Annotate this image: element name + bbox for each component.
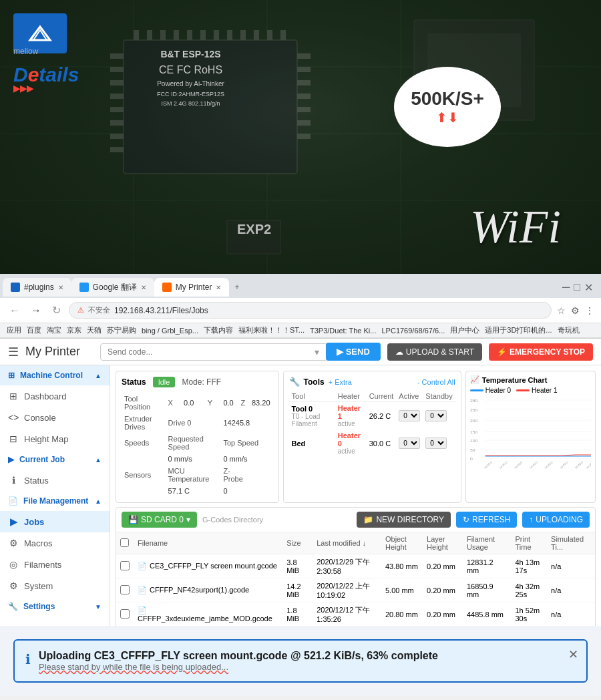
svg-rect-34 <box>280 30 286 40</box>
bookmark-qiwan[interactable]: 奇玩机 <box>558 325 580 335</box>
browser-maximize[interactable]: □ <box>574 281 580 294</box>
bottom-notify-sub-text: Please stand by while the file is being … <box>39 662 228 672</box>
tab-favicon-plugins <box>11 283 20 292</box>
tab-close-plugins[interactable]: ✕ <box>58 284 63 291</box>
standby-select-1[interactable]: 0 <box>425 437 447 449</box>
bookmark-tmall[interactable]: 天猫 <box>87 325 102 335</box>
bookmark-star[interactable]: ☆ <box>557 305 566 316</box>
bookmark-user[interactable]: 用户中心 <box>450 325 479 335</box>
upload-start-button[interactable]: ☁ UPLOAD & START <box>387 343 482 361</box>
tab-close-printer[interactable]: ✕ <box>216 284 221 291</box>
bookmark-baidu[interactable]: 百度 <box>27 325 41 335</box>
sidebar-item-height-map[interactable]: ⊟ Height Map <box>0 428 110 450</box>
browser-close[interactable]: ✕ <box>584 281 593 294</box>
bookmark-bing[interactable]: bing / Grbl_Esp... <box>142 327 198 335</box>
browser-minimize[interactable]: ─ <box>562 281 570 294</box>
bookmark-taobao[interactable]: 淘宝 <box>47 325 61 335</box>
forward-button[interactable]: → <box>28 303 44 318</box>
select-all-checkbox[interactable] <box>120 538 129 547</box>
browser-extensions[interactable]: ⚙ <box>571 305 580 316</box>
sidebar-item-status[interactable]: ℹ Status <box>0 470 110 491</box>
col-modified[interactable]: Last modified ↓ <box>313 532 381 554</box>
sidebar-item-console[interactable]: <> Console <box>0 407 110 428</box>
sidebar-item-macros[interactable]: ⚙ Macros <box>0 532 110 554</box>
file-checkbox-2[interactable] <box>120 609 130 619</box>
select-all-col <box>116 532 134 554</box>
speed-value: 500K/S+ <box>411 88 484 110</box>
bookmark-t3p3[interactable]: T3P3/Duet: The Ki... <box>310 327 376 335</box>
browser-menu[interactable]: ⋮ <box>585 305 594 316</box>
tools-extra[interactable]: + Extra <box>329 378 352 386</box>
file-modified-0: 2020/12/29 下午2:30:58 <box>313 554 381 578</box>
bottom-notification: ℹ Uploading CE3_CFFFP_FLY screen mount.g… <box>13 639 588 683</box>
legend-dot-heater0 <box>470 389 483 391</box>
new-directory-button[interactable]: 📁 NEW DIRECTORY <box>357 512 451 528</box>
send-dropdown-arrow[interactable]: ▾ <box>315 347 319 357</box>
svg-text:50: 50 <box>470 448 475 452</box>
control-all[interactable]: - Control All <box>417 378 455 386</box>
file-row-2: 📄CFFFP_3xdeuxieme_jambe_MOD.gcode 1.8 Mi… <box>116 602 595 627</box>
svg-text:280: 280 <box>470 398 478 403</box>
browser-chrome: #plugins ✕ Google 翻译 ✕ My Printer ✕ + ─ … <box>0 274 601 339</box>
status-icon: ℹ <box>8 475 19 486</box>
refresh-button[interactable]: ↻ REFRESH <box>456 512 517 528</box>
back-button[interactable]: ← <box>7 303 23 318</box>
sidebar-section-current-job[interactable]: ▶ Current Job ▲ <box>0 450 110 470</box>
emergency-stop-button[interactable]: ⚡ EMERGENCY STOP <box>489 343 593 361</box>
mcu-temp-label: MCU Temperature <box>166 465 221 485</box>
file-checkbox-1[interactable] <box>120 585 130 594</box>
sidebar-section-file-management[interactable]: 📄 File Management ▲ <box>0 491 110 511</box>
bookmark-fulilaila[interactable]: 福利来啦！！！ST... <box>238 325 305 335</box>
sidebar-item-system[interactable]: ⚙ System <box>0 575 110 596</box>
tab-close-translate[interactable]: ✕ <box>141 284 146 291</box>
sd-label: SD CARD 0 <box>141 515 184 524</box>
hero-details-text: Details ▶▶▶ <box>13 63 79 94</box>
top-speed-value: 0 mm/s <box>220 453 272 465</box>
bookmark-download[interactable]: 下载内容 <box>204 325 233 335</box>
send-code-input[interactable] <box>100 343 328 361</box>
y-label: Y <box>205 393 221 413</box>
bottom-notify-close-button[interactable]: ✕ <box>568 647 578 662</box>
bookmark-lpc[interactable]: LPC1769/68/67/6... <box>381 327 445 335</box>
standby-select-0[interactable]: 0 <box>425 410 447 421</box>
uploading-button[interactable]: ↑ UPLOADING <box>522 512 590 528</box>
active-select-1[interactable]: 0 <box>399 437 420 449</box>
file-checkbox-0[interactable] <box>120 561 130 570</box>
file-layer-height-1: 0.20 mm <box>423 578 463 602</box>
file-filament-2: 4485.8 mm <box>463 602 512 627</box>
exp2-label: EXP2 <box>237 222 271 237</box>
bookmark-suning[interactable]: 苏宁易购 <box>107 325 136 335</box>
bookmark-3d[interactable]: 适用于3D打印机的... <box>485 325 552 335</box>
tab-translate[interactable]: Google 翻译 ✕ <box>71 278 154 297</box>
mcu-temp-value: 57.1 C <box>166 485 221 497</box>
file-toolbar: 💾 SD CARD 0 ▾ G-Codes Directory 📁 NEW DI… <box>116 508 595 532</box>
tab-add-button[interactable]: + <box>229 280 244 295</box>
active-select-0[interactable]: 0 <box>399 410 420 421</box>
file-size-1: 14.2 MiB <box>282 578 313 602</box>
sidebar-item-jobs[interactable]: ▶ Jobs <box>0 511 110 532</box>
col-layer-height: Layer Height <box>423 532 463 554</box>
sd-card-button[interactable]: 💾 SD CARD 0 ▾ <box>122 512 197 528</box>
sidebar-section-machine-control[interactable]: ⊞ Machine Control ▲ <box>0 365 110 385</box>
legend-heater0: Heater 0 <box>470 387 511 394</box>
reload-button[interactable]: ↻ <box>49 303 63 318</box>
sidebar-item-filaments[interactable]: ◎ Filaments <box>0 554 110 575</box>
col-heater-header: Heater <box>335 391 367 402</box>
tab-label-plugins: #plugins <box>24 283 54 292</box>
bookmark-apps[interactable]: 应用 <box>7 325 21 335</box>
send-button[interactable]: ▶ SEND <box>326 343 381 361</box>
svg-rect-13 <box>110 120 124 126</box>
zprobe-value: 0 <box>220 485 249 497</box>
svg-rect-19 <box>297 94 311 99</box>
sidebar-section-settings[interactable]: 🔧 Settings ▼ <box>0 596 110 617</box>
sidebar-item-dashboard[interactable]: ⊞ Dashboard <box>0 385 110 407</box>
tab-plugins[interactable]: #plugins ✕ <box>3 278 71 297</box>
bookmark-jd[interactable]: 京东 <box>67 325 81 335</box>
file-obj-height-2: 20.80 mm <box>381 602 423 627</box>
svg-text:150: 150 <box>470 429 478 434</box>
tool-name-1: Bed <box>289 429 335 457</box>
file-management-icon: 📄 <box>8 496 18 506</box>
tab-printer[interactable]: My Printer ✕ <box>154 278 230 297</box>
hamburger-menu[interactable]: ☰ <box>8 345 19 359</box>
url-bar[interactable]: ⚠ 不安全 192.168.43.211/Files/Jobs <box>69 302 552 319</box>
